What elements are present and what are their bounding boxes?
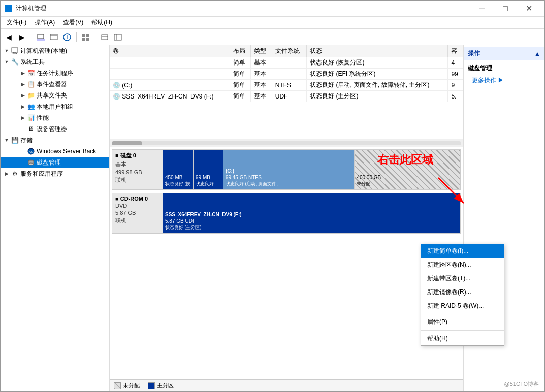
sidebar-item-event-viewer[interactable]: ▶ 📋 事件查看器 <box>1 79 109 90</box>
svg-rect-0 <box>5 5 9 9</box>
context-menu-item[interactable]: 属性(P) <box>421 315 504 329</box>
system-tools-expand-icon: ▼ <box>3 58 11 66</box>
disk0-type: 基本 <box>115 160 159 168</box>
event-icon: 📋 <box>27 80 35 88</box>
sidebar-item-performance[interactable]: ▶ 📊 性能 <box>1 112 109 123</box>
computer-icon <box>11 47 19 55</box>
table-row[interactable]: 简单 基本 状态良好 (EFI 系统分区) 99 <box>110 69 463 80</box>
context-menu-item[interactable]: 新建跨区卷(N)... <box>421 258 504 272</box>
col-layout[interactable]: 布局 <box>230 45 250 57</box>
legend-unallocated-box <box>114 382 121 389</box>
cell-type: 基本 <box>251 91 272 102</box>
cell-fs: NTFS <box>272 80 306 91</box>
disk-visual-area: ■ 磁盘 0 基本 499.98 GB 联机 450 MB 状态良好 (恢 <box>110 147 463 379</box>
menu-action[interactable]: 操作(A) <box>30 17 59 28</box>
cdrom0-partitions: SSS_X64FREV_ZH-CN_DV9 (F:) 5.87 GB UDF 状… <box>163 193 461 233</box>
info-button[interactable]: i <box>61 31 73 43</box>
minimize-button[interactable]: ─ <box>470 1 494 17</box>
maximize-button[interactable]: □ <box>494 1 517 17</box>
cell-fs <box>272 57 306 69</box>
cell-vol: 💿 (C:) <box>110 80 230 91</box>
menu-file[interactable]: 文件(F) <box>3 17 30 28</box>
vol-icon: 💿 <box>113 93 120 100</box>
horiz-scrollbar[interactable] <box>110 139 463 147</box>
sidebar-item-task-scheduler[interactable]: ▶ 📅 任务计划程序 <box>1 68 109 79</box>
table-row[interactable]: 💿 SSS_X64FREV_ZH-CN_DV9 (F:) 简单 基本 UDF 状… <box>110 91 463 102</box>
extra-btn2[interactable] <box>112 31 124 43</box>
extra-btn1[interactable] <box>99 31 111 43</box>
disk0-part2[interactable]: 99 MB 状态良好 <box>194 150 223 189</box>
sidebar-storage-label: 存储 <box>20 136 33 145</box>
sidebar-item-device-manager[interactable]: ▶ 🖥 设备管理器 <box>1 123 109 135</box>
sidebar-device-label: 设备管理器 <box>37 125 67 134</box>
up-button[interactable] <box>35 31 47 43</box>
sidebar-item-shared-folders[interactable]: ▶ 📁 共享文件夹 <box>1 90 109 101</box>
forward-button[interactable]: ▶ <box>16 31 28 43</box>
svg-rect-1 <box>9 5 12 9</box>
vol-icon: 💿 <box>113 82 120 89</box>
col-vol[interactable]: 卷 <box>110 45 230 57</box>
sidebar-root[interactable]: ▼ 计算机管理(本地) <box>1 45 109 56</box>
window-controls: ─ □ ✕ <box>470 1 540 17</box>
context-menu-item[interactable]: 新建简单卷(I)... <box>421 244 504 258</box>
svg-rect-2 <box>5 9 9 12</box>
cell-type: 基本 <box>251 57 272 69</box>
context-menu-item[interactable]: 帮助(H) <box>421 332 504 345</box>
legend-primary-box <box>148 382 155 389</box>
cdrom0-part1[interactable]: SSS_X64FREV_ZH-CN_DV9 (F:) 5.87 GB UDF 状… <box>163 193 461 233</box>
sidebar-item-wsb[interactable]: ▶ W Windows Server Back <box>1 146 109 157</box>
disk0-part3[interactable]: (C:) 99.45 GB NTFS 状态良好 (启动, 页面文件, <box>223 150 355 189</box>
sidebar-services-label: 服务和应用程序 <box>20 170 63 178</box>
cell-capacity: 99 <box>448 69 463 80</box>
table-scroll[interactable]: 卷 布局 类型 文件系统 状态 容 简单 基本 <box>110 45 463 139</box>
sidebar-item-services[interactable]: ▶ ⚙ 服务和应用程序 <box>1 168 109 179</box>
back-button[interactable]: ◀ <box>3 31 15 43</box>
cdrom0-name: ■ CD-ROM 0 <box>115 195 159 202</box>
close-button[interactable]: ✕ <box>517 1 540 17</box>
legend-primary: 主分区 <box>148 382 174 389</box>
menu-help[interactable]: 帮助(H) <box>87 17 116 28</box>
context-menu-item[interactable]: 新建 RAID-5 卷(W)... <box>421 299 504 313</box>
svg-rect-14 <box>102 35 108 40</box>
table-row[interactable]: 简单 基本 状态良好 (恢复分区) 4 <box>110 57 463 69</box>
disk0-part1[interactable]: 450 MB 状态良好 (恢 <box>163 150 194 189</box>
folder-expand-icon: ▶ <box>19 91 27 100</box>
menu-view[interactable]: 查看(V) <box>59 17 87 28</box>
ops-more-ops-label: 更多操作 <box>472 77 496 84</box>
grid-button[interactable] <box>80 31 92 43</box>
sidebar-wsb-label: Windows Server Back <box>37 148 96 155</box>
sidebar-item-local-users[interactable]: ▶ 👥 本地用户和组 <box>1 101 109 112</box>
sidebar-item-disk-mgmt[interactable]: ▶ 磁盘管理 <box>1 157 109 168</box>
svg-rect-11 <box>86 34 89 37</box>
show-hide-button[interactable] <box>48 31 60 43</box>
window-title: 计算机管理 <box>16 4 470 13</box>
sidebar-task-label: 任务计划程序 <box>37 69 73 78</box>
task-expand-icon: ▶ <box>19 69 27 77</box>
cell-layout: 简单 <box>230 57 250 69</box>
svg-text:W: W <box>29 150 34 154</box>
disk-icon <box>27 158 35 167</box>
sidebar-item-system-tools[interactable]: ▼ 🔧 系统工具 <box>1 56 109 68</box>
folder-icon: 📁 <box>27 91 35 100</box>
col-capacity[interactable]: 容 <box>448 45 463 57</box>
disk0-part4[interactable]: 400.00 GB 未分配 <box>355 150 461 189</box>
svg-rect-6 <box>50 34 57 40</box>
cell-status: 状态良好 (EFI 系统分区) <box>307 69 448 80</box>
ops-title[interactable]: 操作 ▲ <box>464 47 544 60</box>
ops-more-ops[interactable]: 更多操作 ▶ <box>464 75 544 86</box>
storage-icon: 💾 <box>11 136 19 144</box>
disk0-row: ■ 磁盘 0 基本 499.98 GB 联机 450 MB 状态良好 (恢 <box>112 149 461 190</box>
col-fs[interactable]: 文件系统 <box>272 45 306 57</box>
table-row[interactable]: 💿 (C:) 简单 基本 NTFS 状态良好 (启动, 页面文件, 故障转储, … <box>110 80 463 91</box>
cell-status: 状态良好 (恢复分区) <box>307 57 448 69</box>
col-status[interactable]: 状态 <box>307 45 448 57</box>
toolbar: ◀ ▶ i <box>1 29 544 45</box>
col-type[interactable]: 类型 <box>251 45 272 57</box>
context-menu: 新建简单卷(I)...新建跨区卷(N)...新建带区卷(T)...新建镜像卷(R… <box>421 244 504 346</box>
cell-status: 状态良好 (启动, 页面文件, 故障转储, 主分区) <box>307 80 448 91</box>
context-menu-item[interactable]: 新建带区卷(T)... <box>421 272 504 285</box>
cell-vol <box>110 57 230 69</box>
sidebar-item-storage[interactable]: ▼ 💾 存储 <box>1 135 109 146</box>
context-menu-item[interactable]: 新建镜像卷(R)... <box>421 285 504 299</box>
svg-text:i: i <box>67 35 68 40</box>
